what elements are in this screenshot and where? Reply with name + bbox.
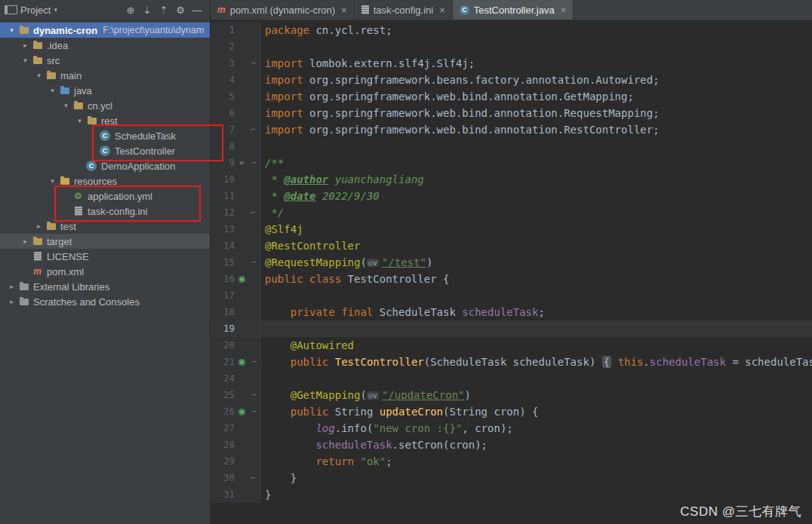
code-line-6[interactable]: 6import org.springframework.web.bind.ann… [211, 105, 812, 121]
settings-icon[interactable]: ⚙ [172, 5, 189, 16]
chevron-down-icon[interactable]: ▾ [54, 6, 57, 14]
code-line-18[interactable]: 18 private final ScheduleTask scheduleTa… [211, 304, 812, 320]
code-line-21[interactable]: 21− public TestController(ScheduleTask s… [211, 354, 812, 370]
gutter[interactable]: 4 [211, 72, 261, 88]
gutter[interactable]: 20 [211, 337, 261, 354]
code-line-17[interactable]: 17 [211, 287, 812, 304]
tree-item-main[interactable]: ▾main [0, 68, 210, 83]
expand-all-icon[interactable]: ⇣ [139, 5, 155, 16]
tree-item-application-yml[interactable]: ⚙application.yml [0, 188, 210, 204]
code-line-14[interactable]: 14@RestController [211, 237, 812, 254]
tab-testcontroller-java[interactable]: CTestController.java× [453, 0, 574, 20]
code-line-3[interactable]: 3−import lombok.extern.slf4j.Slf4j; [211, 55, 812, 72]
code-line-19[interactable]: 19 [211, 320, 812, 337]
fold-end-icon[interactable]: ⌐ [248, 470, 259, 486]
code-line-1[interactable]: 1package cn.ycl.rest; [211, 22, 812, 38]
tree-item-pom-xml[interactable]: mpom.xml [0, 264, 210, 279]
gutter[interactable]: 10 [211, 171, 261, 188]
gutter[interactable]: 1 [211, 22, 261, 38]
code-line-8[interactable]: 8 [211, 138, 812, 155]
tree-item-src[interactable]: ▾src [0, 53, 210, 68]
gutter[interactable]: 16 [211, 271, 261, 287]
tree-item-scratches-and-consoles[interactable]: ▸Scratches and Consoles [0, 294, 210, 309]
code-line-9[interactable]: 9≡−/** [211, 155, 812, 171]
gutter[interactable]: 14 [211, 237, 261, 254]
gutter[interactable]: 31 [211, 486, 261, 503]
tab-task-config-ini[interactable]: task-config.ini× [355, 0, 453, 20]
close-icon[interactable]: × [439, 5, 445, 16]
code-line-2[interactable]: 2 [211, 38, 812, 55]
collapse-all-icon[interactable]: ⇡ [155, 5, 172, 16]
chevron-down-icon[interactable]: ▾ [33, 72, 45, 79]
code-line-20[interactable]: 20 @Autowired [211, 337, 812, 354]
code-line-25[interactable]: 25− @GetMapping(◎∨"/updateCron") [211, 387, 812, 403]
project-dropdown[interactable]: Project [20, 5, 51, 16]
gutter[interactable]: 2 [211, 38, 261, 55]
gutter[interactable]: 8 [211, 138, 261, 155]
gutter[interactable]: 21− [211, 354, 261, 370]
code-line-4[interactable]: 4import org.springframework.beans.factor… [211, 72, 812, 88]
code-segment[interactable]: "/test" [382, 256, 426, 268]
tree-item-cn-ycl[interactable]: ▾cn.ycl [0, 98, 210, 113]
fold-end-icon[interactable]: ⌐ [248, 204, 259, 221]
chevron-down-icon[interactable]: ▾ [47, 87, 58, 94]
gutter[interactable]: 24 [211, 370, 261, 387]
tree-item-license[interactable]: LICENSE [0, 249, 210, 264]
tab-pom-xml-dynamic-cron-[interactable]: mpom.xml (dynamic-cron)× [211, 0, 355, 20]
gutter[interactable]: 13 [211, 221, 261, 237]
gutter[interactable]: 6 [211, 105, 261, 121]
gutter[interactable]: 28 [211, 437, 261, 453]
gutter[interactable]: 15− [211, 254, 261, 271]
code-line-30[interactable]: 30⌐ } [211, 470, 812, 486]
tree-item-testcontroller[interactable]: CTestController [0, 143, 210, 158]
gutter[interactable]: 5 [211, 88, 261, 105]
spring-bean-icon[interactable] [238, 276, 245, 283]
fold-start-icon[interactable]: − [248, 155, 259, 171]
tree-item-target[interactable]: ▸target [0, 234, 210, 249]
code-line-5[interactable]: 5import org.springframework.web.bind.ann… [211, 88, 812, 105]
gutter[interactable]: 18 [211, 304, 261, 320]
code-segment[interactable]: "/updateCron" [382, 389, 465, 401]
gutter[interactable]: 12⌐ [211, 204, 261, 221]
gutter[interactable]: 3− [211, 55, 261, 72]
code-line-11[interactable]: 11 * @date 2022/9/30 [211, 188, 812, 204]
chevron-down-icon[interactable]: ▾ [60, 102, 72, 109]
code-line-28[interactable]: 28 scheduleTask.setCron(cron); [211, 437, 812, 453]
tree-item-task-config-ini[interactable]: task-config.ini [0, 204, 210, 219]
tree-item-dynamic-cron[interactable]: ▾dynamic-cronF:\project\yuantu\dynam [0, 23, 210, 38]
code-line-16[interactable]: 16public class TestController { [211, 271, 812, 287]
gutter[interactable]: 9≡− [211, 155, 261, 171]
gutter[interactable]: 7⌐ [211, 121, 261, 138]
tree-item-scheduletask[interactable]: CScheduleTask [0, 128, 210, 143]
editor[interactable]: 1package cn.ycl.rest;23−import lombok.ex… [211, 20, 812, 524]
tree-item-external-libraries[interactable]: ▸External Libraries [0, 279, 210, 294]
code-line-7[interactable]: 7⌐import org.springframework.web.bind.an… [211, 121, 812, 138]
fold-start-icon[interactable]: − [248, 403, 259, 420]
fold-end-icon[interactable]: ⌐ [248, 121, 259, 138]
gutter[interactable]: 17 [211, 287, 261, 304]
code-line-26[interactable]: 26− public String updateCron(String cron… [211, 403, 812, 420]
fold-start-icon[interactable]: − [248, 387, 259, 403]
tree-item-test[interactable]: ▸test [0, 219, 210, 234]
gutter[interactable]: 25− [211, 387, 261, 403]
spring-bean-icon[interactable] [238, 359, 245, 366]
close-icon[interactable]: × [561, 5, 567, 16]
code-line-13[interactable]: 13@Slf4j [211, 221, 812, 237]
chevron-right-icon[interactable]: ▸ [6, 283, 17, 290]
tree-item-resources[interactable]: ▾resources [0, 173, 210, 188]
chevron-down-icon[interactable]: ▾ [20, 57, 31, 64]
tree-item--idea[interactable]: ▸.idea [0, 38, 210, 53]
render-doc-icon[interactable]: ≡ [235, 155, 248, 171]
chevron-right-icon[interactable]: ▸ [20, 237, 31, 245]
chevron-right-icon[interactable]: ▸ [6, 298, 17, 305]
code-line-29[interactable]: 29 return "ok"; [211, 453, 812, 470]
chevron-right-icon[interactable]: ▸ [20, 41, 31, 49]
chevron-down-icon[interactable]: ▾ [6, 26, 17, 34]
chevron-down-icon[interactable]: ▾ [74, 117, 85, 124]
gutter[interactable]: 19 [211, 320, 261, 337]
chevron-right-icon[interactable]: ▸ [33, 222, 45, 230]
chevron-down-icon[interactable]: ▾ [47, 177, 58, 185]
code-line-27[interactable]: 27 log.info("new cron :{}", cron); [211, 420, 812, 437]
select-opened-file-icon[interactable]: ⊕ [122, 5, 139, 16]
inline-hint-icon[interactable]: ◎∨ [367, 391, 379, 400]
